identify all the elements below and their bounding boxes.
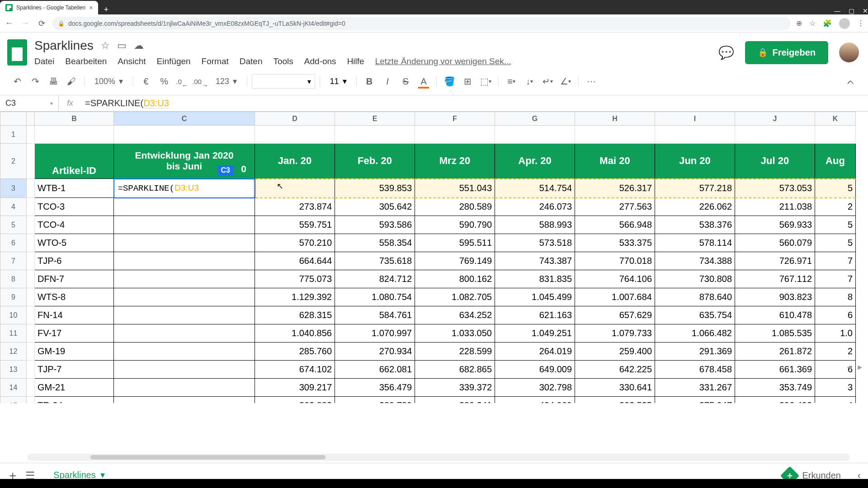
cell[interactable]: 635.754 [655,306,735,324]
comments-icon[interactable]: 💬 [718,45,734,60]
cell[interactable]: 593.586 [335,216,415,234]
cell[interactable]: 380.241 [415,397,495,404]
cell[interactable]: 526.317 [575,179,655,198]
cell[interactable]: 270.934 [335,343,415,361]
decrease-decimal-button[interactable]: .0← [174,73,190,89]
cell[interactable] [114,216,255,234]
header-jul[interactable]: Jul 20 [735,144,815,179]
font-select[interactable]: ▾ [252,74,315,89]
cell[interactable]: 551.043 [415,179,495,198]
wrap-button[interactable]: ↵ ▾ [539,73,556,89]
collapse-toolbar-button[interactable]: ᨈ [843,73,859,89]
cell[interactable]: 1.033.050 [415,324,495,343]
cell[interactable]: 226.062 [655,198,735,216]
cell[interactable]: 539.853 [335,179,415,198]
cell-id[interactable]: TJP-6 [35,252,114,270]
cell[interactable]: 649.009 [495,361,575,379]
cell[interactable]: 305.642 [335,198,415,216]
horizontal-scrollbar[interactable] [27,454,850,461]
bookmark-icon[interactable]: ☆ [809,19,816,28]
cell[interactable]: 1.066.482 [655,324,735,343]
menu-tools[interactable]: Tools [273,56,293,66]
cell[interactable] [114,397,255,404]
currency-button[interactable]: € [138,73,154,89]
cell[interactable]: 514.754 [495,179,575,198]
back-button[interactable]: ← [4,18,14,29]
col-header-h[interactable]: H [575,112,655,126]
increase-decimal-button[interactable]: .00→ [192,73,208,89]
undo-button[interactable]: ↶ [9,73,25,89]
cell[interactable]: 7 [815,270,856,288]
sheet-nav-arrows[interactable]: ◄► [845,363,863,371]
redo-button[interactable]: ↷ [27,73,43,89]
active-cell-c3[interactable]: =SPARKLINE(D3:U3 ↖ [114,179,255,198]
cell[interactable]: 6 [815,306,856,324]
cell[interactable]: 661.369 [735,361,815,379]
cell[interactable] [114,361,255,379]
cell[interactable]: 533.375 [575,234,655,252]
menu-addons[interactable]: Add-ons [304,56,336,66]
cell-id[interactable]: GM-19 [35,343,114,361]
cell[interactable]: 558.354 [335,234,415,252]
cell[interactable]: 1.040.856 [255,324,335,343]
cell[interactable]: 404.969 [495,397,575,404]
paint-format-button[interactable]: 🖌 [63,73,80,89]
menu-datei[interactable]: Datei [34,56,54,66]
fill-color-button[interactable]: 🪣 [441,73,458,89]
cell[interactable]: 569.933 [735,216,815,234]
col-header-a[interactable] [27,112,35,126]
cell[interactable]: 375.947 [655,397,735,404]
maximize-icon[interactable]: ▢ [849,7,854,14]
cell[interactable]: 903.823 [735,288,815,306]
cloud-status-icon[interactable]: ☁ [134,40,144,52]
print-button[interactable]: 🖶 [45,73,61,89]
cell[interactable]: 878.640 [655,288,735,306]
cell[interactable]: 339.372 [415,379,495,397]
row-header-1[interactable]: 1 [0,126,27,144]
cell[interactable]: 228.599 [415,343,495,361]
cell[interactable]: 682.865 [415,361,495,379]
document-title[interactable]: Sparklines [34,38,94,53]
menu-einfuegen[interactable]: Einfügen [157,56,191,66]
browser-tab[interactable]: Sparklines - Google Tabellen × [0,1,98,14]
header-mrz[interactable]: Mrz 20 [415,144,495,179]
cell[interactable]: 4 [815,397,856,404]
cell[interactable]: 664.644 [255,252,335,270]
cell[interactable]: 674.102 [255,361,335,379]
cell[interactable]: 280.589 [415,198,495,216]
cell-id[interactable]: WTO-5 [35,234,114,252]
header-jun[interactable]: Jun 20 [655,144,735,179]
cell[interactable]: 578.114 [655,234,735,252]
cell[interactable]: 302.798 [495,379,575,397]
cell[interactable]: 1.070.997 [335,324,415,343]
col-header-b[interactable]: B [35,112,114,126]
reload-button[interactable]: ⟳ [36,18,47,29]
row-header[interactable]: 5 [0,216,27,234]
cell[interactable]: 770.018 [575,252,655,270]
cell-id[interactable]: TR-34 [35,397,114,404]
cell[interactable] [114,379,255,397]
cell[interactable]: 621.163 [495,306,575,324]
header-entwicklung[interactable]: Entwicklung Jan 2020 bis Juni C3 0 [114,144,255,179]
cell[interactable]: 573.053 [735,179,815,198]
cell[interactable]: 743.387 [495,252,575,270]
cell[interactable]: 769.149 [415,252,495,270]
cell[interactable]: 584.761 [335,306,415,324]
cell[interactable] [114,306,255,324]
cell[interactable]: 800.162 [415,270,495,288]
cell-id[interactable]: FV-17 [35,324,114,343]
cell[interactable] [255,179,335,198]
merge-button[interactable]: ⬚ ▾ [477,73,494,89]
font-size-select[interactable]: 11▾ [325,76,352,86]
cell[interactable]: 678.458 [655,361,735,379]
cell[interactable]: 1.007.684 [575,288,655,306]
cell[interactable]: 389.789 [335,397,415,404]
cell[interactable]: 7 [815,252,856,270]
row-header[interactable]: 3 [0,179,27,198]
cell[interactable] [114,252,255,270]
zoom-icon[interactable]: ⊕ [796,19,802,28]
cell[interactable] [114,343,255,361]
cell-id[interactable]: FN-14 [35,306,114,324]
cell[interactable] [114,288,255,306]
cell[interactable]: 1.079.733 [575,324,655,343]
